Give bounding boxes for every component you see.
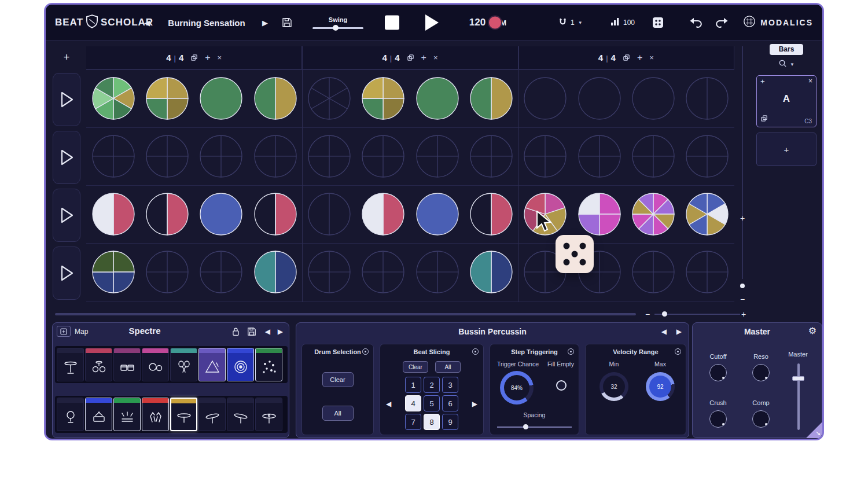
instrument-tile-cymbal[interactable] [170,398,197,431]
add-pattern-slot[interactable]: + [756,133,816,166]
velocity-meter[interactable]: 100 [610,17,635,28]
beat-cell-r2-c7[interactable] [415,134,459,178]
instrument-tile-snare[interactable] [85,398,112,431]
slicing-next-button[interactable]: ▶ [472,400,477,408]
remove-bar-icon[interactable]: × [433,53,438,62]
beat-cell-r1-c11[interactable] [631,76,675,120]
row-play-button-1[interactable] [53,73,80,126]
row-play-button-3[interactable] [53,189,80,242]
slice-count-5[interactable]: 5 [424,395,440,411]
velocity-max-knob[interactable]: 92 [646,372,675,401]
beat-cell-r1-c9[interactable] [523,76,567,120]
slicing-prev-button[interactable]: ◀ [386,400,391,408]
instrument-tile-bell[interactable] [57,398,84,431]
instrument-tile-crash[interactable] [227,398,254,431]
record-button[interactable] [489,16,501,28]
zoom-in-vertical-button[interactable]: + [738,214,747,223]
duplicate-bar-icon[interactable] [407,54,414,61]
add-bar-icon[interactable]: + [637,53,642,63]
slice-count-4[interactable]: 4 [405,395,421,411]
drum-selection-all-button[interactable]: All [322,406,354,421]
beat-cell-r4-c7[interactable] [415,250,459,294]
instrument-tile-spiral[interactable] [227,348,254,381]
slice-count-9[interactable]: 9 [442,414,458,430]
beat-cell-r1-c12[interactable] [685,76,729,120]
beat-cell-r1-c10[interactable] [578,76,621,120]
instrument-tile-bongos[interactable] [142,348,169,381]
row-play-button-2[interactable] [53,131,80,184]
crush-knob[interactable] [709,410,727,428]
save-button[interactable] [282,17,292,28]
beat-cell-r2-c12[interactable] [685,134,729,178]
instrument-tile-clap[interactable] [142,398,169,431]
beat-cell-r2-c11[interactable] [631,134,675,178]
beat-cell-r3-c12[interactable] [685,192,729,236]
beat-cell-r4-c2[interactable] [145,250,189,294]
time-signature[interactable]: 4|4 [598,53,616,63]
beat-cell-r2-c5[interactable] [307,134,351,178]
drum-selection-toggle[interactable] [362,348,369,355]
instrument-tile-tom-drums[interactable] [113,348,141,381]
vertical-zoom-thumb[interactable] [740,284,745,288]
time-signature[interactable]: 4|4 [166,53,183,63]
dice-randomize-button[interactable] [652,17,664,28]
time-signature[interactable]: 4|4 [382,53,399,63]
play-button[interactable] [425,14,439,31]
reso-knob[interactable] [752,364,770,381]
zoom-slider-thumb[interactable] [662,311,667,317]
beat-cell-r2-c9[interactable] [523,134,567,178]
beat-cell-r2-c1[interactable] [91,134,135,178]
zoom-out-vertical-button[interactable]: − [738,295,747,304]
slice-count-8[interactable]: 8 [424,414,440,430]
beat-cell-r4-c8[interactable] [469,250,513,294]
redo-button[interactable] [716,17,729,28]
beat-cell-r3-c4[interactable] [253,192,297,236]
beat-cell-r3-c3[interactable] [199,192,243,236]
slicing-all-button[interactable]: All [435,361,461,373]
snap-control[interactable]: 1 ▼ [558,17,583,28]
beat-cell-r3-c11[interactable] [631,192,675,236]
beat-cell-r1-c7[interactable] [415,76,459,120]
beat-cell-r1-c3[interactable] [199,76,243,120]
beat-cell-r3-c10[interactable] [578,192,621,236]
instrument-tile-china[interactable] [255,398,282,431]
beat-cell-r2-c4[interactable] [253,134,297,178]
prev-preset-button[interactable]: ◀ [661,328,667,336]
fill-empty-button[interactable] [556,380,567,391]
pattern-add-icon[interactable]: + [760,77,765,86]
beat-cell-r3-c1[interactable] [91,192,135,236]
next-kit-button[interactable]: ▶ [278,328,283,336]
beat-cell-r4-c12[interactable] [685,250,729,294]
pattern-remove-icon[interactable]: × [808,77,812,85]
pattern-zoom-control[interactable]: ▼ [749,59,823,70]
remove-bar-icon[interactable]: × [649,53,654,62]
slice-count-7[interactable]: 7 [405,414,421,430]
beat-cell-r4-c1[interactable] [91,250,135,294]
zoom-slider[interactable] [654,314,740,315]
beat-cell-r2-c8[interactable] [469,134,513,178]
instrument-tile-drum-kit[interactable] [85,348,112,381]
swing-slider[interactable] [312,27,363,29]
instrument-tile-stars[interactable] [255,348,282,381]
step-triggering-toggle[interactable] [568,348,574,355]
slice-count-6[interactable]: 6 [442,395,458,411]
lock-icon[interactable] [231,327,240,336]
duplicate-bar-icon[interactable] [190,54,198,61]
instrument-tile-ride[interactable] [198,398,226,431]
cutoff-knob[interactable] [709,364,727,381]
beat-cell-r3-c2[interactable] [145,192,189,236]
beat-cell-r2-c6[interactable] [361,134,405,178]
slice-count-1[interactable]: 1 [405,377,421,393]
beat-slicing-toggle[interactable] [472,348,479,355]
instrument-tile-cymbal-stand[interactable] [57,348,84,381]
duplicate-bar-icon[interactable] [623,54,630,61]
prev-kit-button[interactable]: ◀ [265,328,270,336]
beat-cell-r1-c6[interactable] [361,76,405,120]
beat-cell-r4-c5[interactable] [307,250,351,294]
instrument-tile-triangle[interactable] [198,348,226,381]
beat-cell-r3-c8[interactable] [469,192,513,236]
horizontal-scrollbar[interactable] [55,313,636,315]
beat-cell-r1-c1[interactable] [91,76,135,120]
beat-cell-r3-c6[interactable] [361,192,405,236]
instrument-tile-hihat[interactable] [113,398,141,431]
